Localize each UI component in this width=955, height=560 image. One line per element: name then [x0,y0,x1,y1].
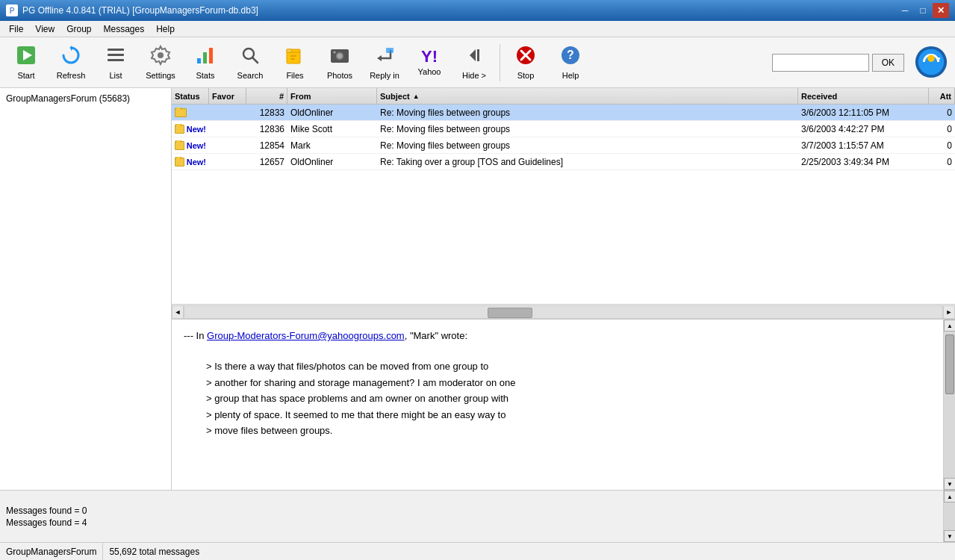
message-list-header: Status Favor # From Subject ▲ Received [172,88,955,105]
list-icon [105,45,126,69]
preview-content: --- In Group-Moderators-Forum@yahoogroup… [172,320,955,490]
msg-favor-1 [209,112,246,113]
table-row[interactable]: New! 12836 Mike Scott Re: Moving files b… [172,121,955,137]
status-line-1: Messages found = 0 [6,505,937,516]
settings-icon [150,45,171,69]
col-header-subject[interactable]: Subject ▲ [377,88,798,104]
toolbar: Start Refresh List Settings Stats Search [0,37,955,88]
col-header-num[interactable]: # [246,88,287,104]
help-button[interactable]: ? Help [549,41,592,84]
menu-group[interactable]: Group [60,22,97,36]
bottom-group-label: GroupManagersForum [0,543,103,560]
status-scroll-down[interactable]: ▼ [944,530,955,542]
msg-att-3: 0 [929,140,955,152]
msg-status-1 [172,108,209,118]
menu-messages[interactable]: Messages [98,22,151,36]
yahoo-button[interactable]: Y! Yahoo [408,41,451,84]
col-header-from[interactable]: From [287,88,377,104]
minimize-button[interactable]: ─ [897,3,913,18]
message-list: 12833 OldOnliner Re: Moving files betwee… [172,105,955,304]
msg-favor-2 [209,128,246,130]
photos-button[interactable]: Photos [318,41,361,84]
menu-file[interactable]: File [3,22,29,36]
quote-line-2: > another for sharing and storage manage… [206,376,915,391]
hide-button[interactable]: Hide > [452,41,496,84]
search-area: OK [772,54,904,72]
svg-marker-2 [71,46,74,51]
quote-intro-line: --- In Group-Moderators-Forum@yahoogroup… [184,329,937,343]
svg-rect-3 [108,49,124,51]
menu-help[interactable]: Help [150,22,181,36]
msg-from-2: Mike Scott [287,123,377,135]
sidebar: GroupManagersForum (55683) [0,88,172,490]
status-scroll-track[interactable] [944,503,955,530]
stats-icon [195,45,216,69]
stats-label: Stats [196,71,214,80]
sidebar-group-label: GroupManagersForum (55683) [6,93,130,104]
svg-rect-8 [203,52,207,63]
replyin-button[interactable]: Reply in [363,41,406,84]
stop-button[interactable]: Stop [504,41,547,84]
h-scroll-track[interactable] [184,305,943,319]
status-messages: Messages found = 0 Messages found = 4 [0,491,943,542]
col-header-status[interactable]: Status [172,88,209,104]
help-label: Help [562,71,579,80]
sidebar-item-groupmanagersforum[interactable]: GroupManagersForum (55683) [0,91,171,106]
app-logo [913,44,951,81]
msg-att-2: 0 [929,123,955,135]
svg-rect-5 [108,59,124,61]
bottom-bar: GroupManagersForum 55,692 total messages [0,542,955,560]
scroll-thumb[interactable] [945,335,954,394]
msg-favor-3 [209,145,246,146]
col-header-received[interactable]: Received [798,88,929,104]
quote-link[interactable]: Group-Moderators-Forum@yahoogroups.com [207,330,405,341]
quote-line-4: > plenty of space. It seemed to me that … [206,408,915,423]
scroll-down-arrow[interactable]: ▼ [944,478,955,490]
table-row[interactable]: New! 12657 OldOnliner Re: Taking over a … [172,154,955,170]
search-input[interactable] [772,54,869,72]
scroll-up-arrow[interactable]: ▲ [944,320,955,332]
settings-button[interactable]: Settings [139,41,182,84]
new-badge: New! [187,158,206,167]
h-scrollbar: ◄ ► [172,304,955,319]
msg-num-3: 12854 [246,140,287,152]
stop-icon [515,45,536,69]
stats-button[interactable]: Stats [184,41,227,84]
status-bar: Messages found = 0 Messages found = 4 ▲ … [0,490,955,542]
maximize-button[interactable]: □ [915,3,931,18]
search-label: Search [237,71,264,80]
h-scroll-thumb[interactable] [488,308,532,318]
refresh-button[interactable]: Refresh [49,41,93,84]
status-scroll-up[interactable]: ▲ [944,491,955,503]
svg-rect-9 [209,48,213,63]
table-row[interactable]: 12833 OldOnliner Re: Moving files betwee… [172,105,955,121]
col-header-favor[interactable]: Favor [209,88,246,104]
start-button[interactable]: Start [4,41,48,84]
h-scroll-left-arrow[interactable]: ◄ [172,305,184,319]
menu-view[interactable]: View [29,22,60,36]
table-row[interactable]: New! 12854 Mark Re: Moving files between… [172,137,955,154]
svg-rect-4 [108,54,124,56]
photos-label: Photos [327,71,352,80]
files-icon [284,45,305,69]
photos-icon [329,45,350,69]
svg-point-18 [334,52,336,54]
search-button[interactable]: Search [228,41,272,84]
title-bar-title: PG Offline 4.0.841 (TRIAL) [GroupManager… [22,5,258,16]
new-badge: New! [187,125,206,134]
files-button[interactable]: Files [273,41,317,84]
scroll-track[interactable] [944,332,955,478]
bottom-count-label: 55,692 total messages [103,547,205,557]
list-button[interactable]: List [94,41,137,84]
search-icon [240,45,261,69]
ok-button[interactable]: OK [872,54,904,72]
col-header-att[interactable]: Att [929,88,955,104]
msg-from-1: OldOnliner [287,107,377,119]
close-button[interactable]: ✕ [933,3,949,18]
quote-author-text: , "Mark" wrote: [405,330,467,341]
stop-label: Stop [517,71,535,80]
settings-label: Settings [146,71,175,80]
quote-line-3: > group that has space problems and am o… [206,391,915,406]
svg-line-11 [252,57,258,63]
h-scroll-right-arrow[interactable]: ► [943,305,955,319]
